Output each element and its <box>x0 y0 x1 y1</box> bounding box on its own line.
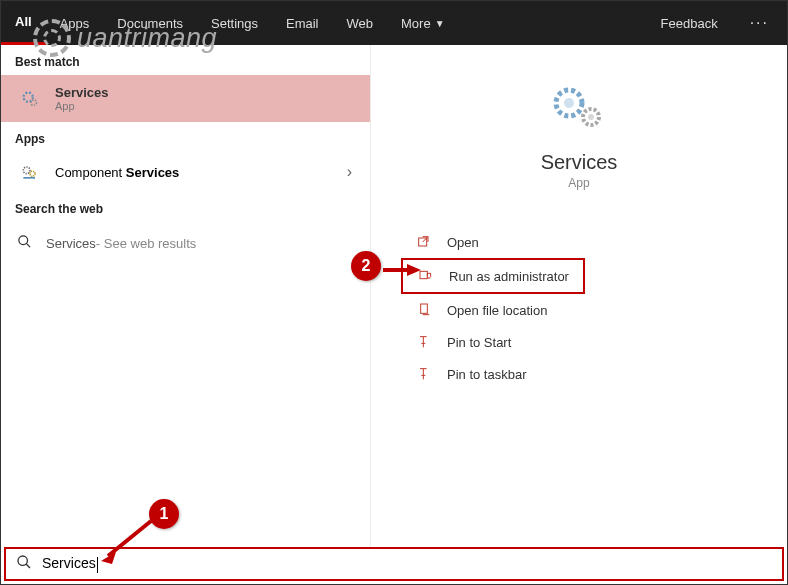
result-title: Services <box>55 85 109 100</box>
result-component-services[interactable]: Component Services › <box>1 152 370 192</box>
svg-rect-12 <box>420 271 427 278</box>
svg-point-14 <box>18 556 27 565</box>
svg-point-2 <box>23 167 30 174</box>
detail-title: Services <box>371 151 787 174</box>
search-icon <box>16 554 32 574</box>
tab-documents[interactable]: Documents <box>103 1 197 45</box>
svg-point-5 <box>19 236 28 245</box>
tab-all[interactable]: All <box>1 1 46 45</box>
tab-more[interactable]: More▼ <box>387 1 459 45</box>
svg-line-6 <box>26 243 30 247</box>
web-suffix: - See web results <box>96 236 196 251</box>
result-services[interactable]: Services App <box>1 75 370 122</box>
services-gear-icon <box>17 88 43 110</box>
svg-rect-4 <box>23 177 35 179</box>
web-query: Services <box>46 236 96 251</box>
section-best-match: Best match <box>1 45 370 75</box>
pin-icon <box>411 366 437 382</box>
component-services-icon <box>17 162 43 182</box>
result-subtitle: App <box>55 100 109 112</box>
action-open[interactable]: Open <box>401 226 757 258</box>
svg-point-1 <box>31 99 36 105</box>
annotation-arrow-1 <box>96 516 156 570</box>
svg-line-15 <box>26 564 30 568</box>
action-pin-to-taskbar[interactable]: Pin to taskbar <box>401 358 757 390</box>
result-title: Component Services <box>55 165 179 180</box>
annotation-arrow-2 <box>381 261 421 283</box>
section-apps: Apps <box>1 122 370 152</box>
search-text: Services <box>42 555 98 572</box>
tab-apps[interactable]: Apps <box>46 1 104 45</box>
pin-icon <box>411 334 437 350</box>
tab-web[interactable]: Web <box>333 1 388 45</box>
chevron-right-icon: › <box>347 163 352 181</box>
tab-settings[interactable]: Settings <box>197 1 272 45</box>
detail-subtitle: App <box>371 176 787 190</box>
svg-marker-18 <box>407 264 421 276</box>
open-icon <box>411 234 437 250</box>
feedback-link[interactable]: Feedback <box>647 1 732 45</box>
svg-point-3 <box>30 171 35 176</box>
more-options-icon[interactable]: ··· <box>732 14 787 32</box>
section-search-web: Search the web <box>1 192 370 222</box>
svg-rect-13 <box>421 304 428 313</box>
annotation-bubble-2: 2 <box>351 251 381 281</box>
action-open-file-location[interactable]: Open file location <box>401 294 757 326</box>
search-filter-tabs: All Apps Documents Settings Email Web Mo… <box>1 1 787 45</box>
action-run-as-admin[interactable]: Run as administrator <box>403 260 583 292</box>
search-icon <box>17 234 32 252</box>
tab-email[interactable]: Email <box>272 1 333 45</box>
action-pin-to-start[interactable]: Pin to Start <box>401 326 757 358</box>
services-large-icon <box>371 85 787 133</box>
folder-icon <box>411 302 437 318</box>
results-pane: Best match Services App Apps Component S… <box>1 45 371 548</box>
annotation-bubble-1: 1 <box>149 499 179 529</box>
result-web-services[interactable]: Services - See web results <box>1 222 370 264</box>
svg-point-10 <box>588 114 594 120</box>
details-pane: Services App Open Run as administrator O… <box>371 45 787 548</box>
svg-point-8 <box>564 98 574 108</box>
svg-point-0 <box>24 92 33 101</box>
chevron-down-icon: ▼ <box>435 18 445 29</box>
